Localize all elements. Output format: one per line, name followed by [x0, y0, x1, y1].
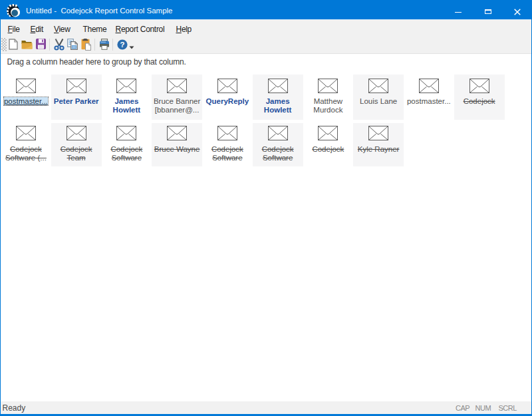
svg-text:?: ? [120, 41, 124, 49]
